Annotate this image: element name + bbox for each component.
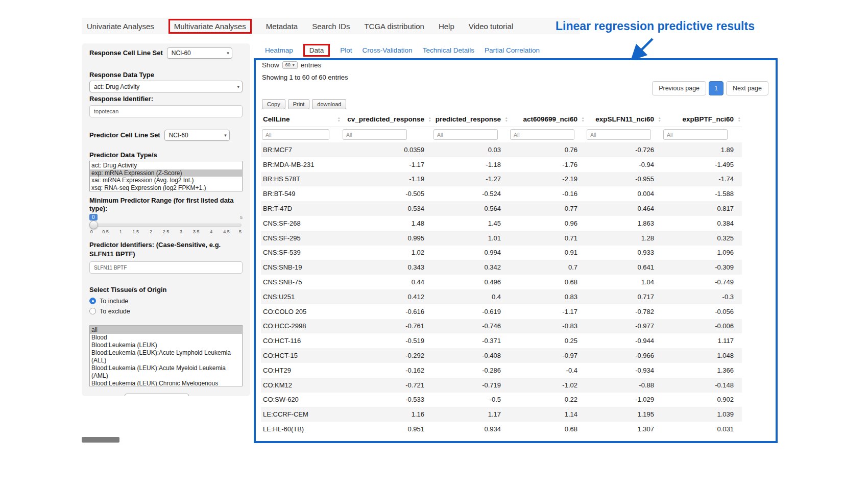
table-row[interactable]: CO:HCT-15-0.292-0.408-0.97-0.9661.048 (261, 348, 742, 363)
annotation-headline: Linear regression predictive results (545, 19, 765, 33)
response-identifier-input[interactable] (89, 105, 243, 117)
filter-input-cv-predicted-response[interactable] (343, 129, 407, 140)
algorithm-select[interactable]: Linear Regression ▾ (125, 394, 189, 396)
table-row[interactable]: CO:HCC-2998-0.761-0.746-0.83-0.977-0.006 (261, 319, 742, 334)
listbox-option-blood-leukemia-leuk-chronic-my[interactable]: Blood:Leukemia (LEUK):Chronic Myelogenou… (90, 380, 242, 386)
min-range-slider[interactable]: 0 5 00.511.522.533.544.55 (89, 214, 243, 236)
nav-item-multivariate-analyses[interactable]: Multivariate Analyses (168, 19, 252, 34)
listbox-option-blood[interactable]: Blood (90, 334, 242, 341)
next-page-button[interactable]: Next page (726, 81, 768, 95)
tissue-exclude-radio[interactable]: To exclude (89, 307, 243, 315)
filter-input-predicted-response[interactable] (433, 129, 498, 140)
results-table: CellLine▲▼cv_predicted_response▲▼predict… (261, 111, 742, 436)
response-identifier-label: Response Identifier: (89, 95, 243, 103)
slider-track[interactable] (90, 224, 242, 227)
filter-input-expbptf-nci60[interactable] (663, 129, 728, 140)
listbox-option-all[interactable]: all (90, 326, 242, 334)
column-header-expbptf-nci60[interactable]: expBPTF_nci60▲▼ (662, 111, 742, 127)
value-cell: -0.616 (342, 304, 432, 319)
download-button[interactable]: download (312, 99, 346, 109)
listbox-option-xai-mrna-expression-avg-log2-i[interactable]: xai: mRNA Expression (Avg. log2 Int.) (90, 177, 242, 184)
slider-max-label: 5 (240, 215, 243, 220)
tab-technical-details[interactable]: Technical Details (423, 46, 474, 54)
filter-input-expslfn11-nci60[interactable] (587, 129, 651, 140)
column-header-cellline[interactable]: CellLine▲▼ (261, 111, 342, 127)
value-cell: 0.934 (432, 422, 509, 436)
value-cell: -0.309 (662, 260, 742, 275)
table-row[interactable]: BR:HS 578T-1.19-1.27-2.19-0.955-1.74 (261, 172, 742, 187)
table-row[interactable]: BR:BT-549-0.505-0.524-0.160.004-1.588 (261, 186, 742, 201)
listbox-option-act-drug-activity[interactable]: act: Drug Activity (90, 162, 242, 169)
table-row[interactable]: BR:MDA-MB-231-1.17-1.18-1.76-0.94-1.495 (261, 157, 742, 172)
nav-item-univariate-analyses[interactable]: Univariate Analyses (87, 22, 154, 31)
value-cell: -0.505 (342, 186, 432, 201)
value-cell: 1.366 (662, 363, 742, 378)
nav-item-metadata[interactable]: Metadata (266, 22, 298, 31)
nav-item-video-tutorial[interactable]: Video tutorial (469, 22, 513, 31)
value-cell: 0.817 (662, 201, 742, 216)
column-header-expslfn11-nci60[interactable]: expSLFN11_nci60▲▼ (586, 111, 662, 127)
value-cell: -1.17 (509, 304, 586, 319)
tissue-listbox[interactable]: allBloodBlood:Leukemia (LEUK)Blood:Leuke… (89, 325, 243, 386)
table-row[interactable]: LE:HL-60(TB)0.9510.9340.681.3070.031 (261, 422, 742, 436)
predictor-cell-line-set-select[interactable]: NCI-60 ▾ (164, 130, 230, 141)
table-row[interactable]: BR:MCF70.03590.030.76-0.7261.89 (261, 142, 742, 157)
listbox-option-blood-leukemia-leuk-acute-lymp[interactable]: Blood:Leukemia (LEUK):Acute Lymphoid Leu… (90, 349, 242, 364)
nav-item-help[interactable]: Help (439, 22, 454, 31)
listbox-option-blood-leukemia-leuk[interactable]: Blood:Leukemia (LEUK) (90, 341, 242, 349)
nav-item-tcga-distribution[interactable]: TCGA distribution (364, 22, 424, 31)
algorithm-label: Algorithm (89, 395, 120, 396)
table-row[interactable]: CNS:SNB-750.440.4960.681.04-0.749 (261, 275, 742, 289)
value-cell: 0.951 (342, 422, 432, 436)
table-row[interactable]: CNS:SNB-190.3430.3420.70.641-0.309 (261, 260, 742, 275)
listbox-option-blood-leukemia-leuk-acute-myel[interactable]: Blood:Leukemia (LEUK):Acute Myeloid Leuk… (90, 364, 242, 380)
column-header-act609699-nci60[interactable]: act609699_nci60▲▼ (509, 111, 586, 127)
copy-button[interactable]: Copy (262, 99, 285, 109)
print-button[interactable]: Print (288, 99, 310, 109)
predictor-identifiers-input[interactable] (89, 261, 243, 274)
table-row[interactable]: CNS:U2510.4120.40.830.717-0.3 (261, 289, 742, 304)
response-cell-line-set-select[interactable]: NCI-60 ▾ (167, 47, 232, 59)
previous-page-button[interactable]: Previous page (652, 81, 706, 95)
response-data-type-select[interactable]: act: Drug Activity ▾ (89, 81, 243, 92)
table-header-row: CellLine▲▼cv_predicted_response▲▼predict… (261, 111, 742, 127)
value-cell: 1.17 (432, 407, 509, 422)
table-row[interactable]: CO:KM12-0.721-0.719-1.02-0.88-0.148 (261, 378, 742, 393)
table-row[interactable]: LE:CCRF-CEM1.161.171.141.1951.039 (261, 407, 742, 422)
value-cell: -2.19 (509, 172, 586, 187)
value-cell: -1.02 (509, 378, 586, 393)
entries-label: entries (301, 61, 322, 69)
column-header-label: act609699_nci60 (523, 115, 577, 123)
tab-heatmap[interactable]: Heatmap (265, 46, 293, 54)
tab-cross-validation[interactable]: Cross-Validation (363, 46, 413, 54)
table-row[interactable]: CO:HCT-116-0.519-0.3710.25-0.9441.117 (261, 333, 742, 348)
value-cell: -0.619 (432, 304, 509, 319)
value-cell: 0.995 (342, 231, 432, 246)
slider-handle[interactable] (89, 221, 98, 229)
table-row[interactable]: CNS:SF-2681.481.450.961.8630.384 (261, 216, 742, 231)
table-row[interactable]: BR:T-47D0.5340.5640.770.4640.817 (261, 201, 742, 216)
value-cell: -0.162 (342, 363, 432, 378)
page-length-select[interactable]: 60 ▾ (282, 61, 298, 69)
column-header-predicted-response[interactable]: predicted_response▲▼ (432, 111, 509, 127)
value-cell: 0.641 (586, 260, 662, 275)
current-page-button[interactable]: 1 (709, 81, 724, 95)
table-row[interactable]: CO:SW-620-0.533-0.50.22-1.0290.902 (261, 393, 742, 407)
predictor-data-type-label: Predictor Data Type/s (89, 151, 243, 159)
listbox-option-exp-mrna-expression-z-score[interactable]: exp: mRNA Expression (Z-Score) (90, 169, 242, 177)
listbox-option-xsq-rna-seq-expression-log2-fp[interactable]: xsq: RNA-seq Expression (log2 FPKM+1.) (90, 184, 242, 192)
nav-item-search-ids[interactable]: Search IDs (312, 22, 350, 31)
column-header-cv-predicted-response[interactable]: cv_predicted_response▲▼ (342, 111, 432, 127)
tab-data[interactable]: Data (303, 44, 330, 57)
tab-plot[interactable]: Plot (340, 46, 352, 54)
filter-input-act609699-nci60[interactable] (510, 129, 574, 140)
column-header-label: CellLine (263, 115, 290, 123)
table-row[interactable]: CO:COLO 205-0.616-0.619-1.17-0.782-0.056 (261, 304, 742, 319)
tissue-include-radio[interactable]: To include (89, 297, 243, 305)
tab-partial-correlation[interactable]: Partial Correlation (485, 46, 540, 54)
predictor-data-type-listbox[interactable]: act: Drug Activityexp: mRNA Expression (… (89, 161, 243, 191)
table-row[interactable]: CNS:SF-5391.020.9940.910.9331.096 (261, 246, 742, 260)
table-row[interactable]: CNS:SF-2950.9951.010.711.280.325 (261, 231, 742, 246)
filter-input-cellline[interactable] (262, 129, 329, 140)
table-row[interactable]: CO:HT29-0.162-0.286-0.4-0.9341.366 (261, 363, 742, 378)
